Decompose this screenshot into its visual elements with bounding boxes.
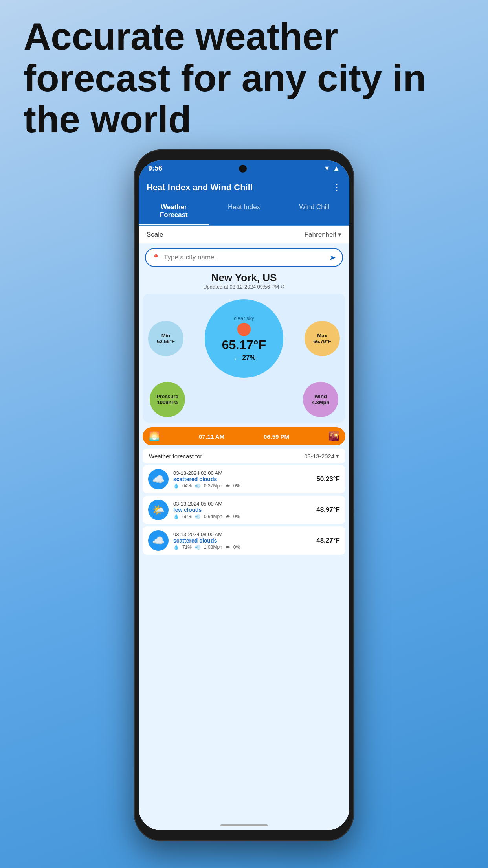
scale-dropdown[interactable]: Fahrenheit ▾ <box>305 230 341 239</box>
phone-mockup: 9:56 ▼ ▲ Heat Index and Wind Chill ⋮ Wea… <box>134 149 354 841</box>
app-bar: Heat Index and Wind Chill ⋮ <box>139 177 349 199</box>
location-pin-icon: 📍 <box>152 254 160 261</box>
status-icons: ▼ ▲ <box>323 164 340 173</box>
min-value: 62.56°F <box>157 338 175 344</box>
forecast-temp-1: 50.23°F <box>316 475 340 483</box>
city-name: New York, US <box>139 272 349 284</box>
pressure-bubble: Pressure 1009hPa <box>150 382 185 417</box>
forecast-dropdown-icon: ▾ <box>336 452 339 460</box>
forecast-condition-2: few clouds <box>173 507 312 513</box>
tab-heat-index[interactable]: Heat Index <box>209 199 279 225</box>
rain-icon-3: 🌧 <box>226 544 230 550</box>
scale-row: Scale Fahrenheit ▾ <box>139 226 349 243</box>
pressure-label: Pressure <box>156 394 178 399</box>
rain-val-1: 0% <box>233 483 240 489</box>
forecast-header: Weather forecast for 03-13-2024 ▾ <box>143 449 345 463</box>
camera-notch <box>239 165 247 173</box>
forecast-cloud-icon-3: ☁️ <box>148 530 169 551</box>
wind-val-1: 0.37Mph <box>204 483 222 489</box>
status-bar: 9:56 ▼ ▲ <box>139 160 349 177</box>
status-time: 9:56 <box>148 164 162 173</box>
app-bar-title: Heat Index and Wind Chill <box>147 182 253 193</box>
wifi-icon: ▼ <box>323 164 330 173</box>
menu-button[interactable]: ⋮ <box>332 182 341 193</box>
signal-icon: ▲ <box>333 164 340 173</box>
rain-icon-2: 🌧 <box>226 514 230 519</box>
forecast-details-1: 03-13-2024 02:00 AM scattered clouds 💧 6… <box>173 470 312 489</box>
main-weather-circle: clear sky 65.17°F 💧 27% <box>205 299 283 378</box>
forecast-item: 🌤️ 03-13-2024 05:00 AM few clouds 💧 66% … <box>143 496 345 524</box>
circle-row: Min 62.56°F clear sky 65.17°F 💧 27% <box>148 299 340 378</box>
humidity-icon-1: 💧 <box>173 483 179 489</box>
humidity-value: 27% <box>242 354 255 362</box>
main-temperature: 65.17°F <box>222 338 266 352</box>
forecast-datetime-3: 03-13-2024 08:00 AM <box>173 531 312 537</box>
wind-bubble: Wind 4.8Mph <box>303 382 338 417</box>
humidity-val-2: 66% <box>182 514 192 519</box>
forecast-date-value: 03-13-2024 <box>304 453 334 460</box>
forecast-stats-1: 💧 64% 💨 0.37Mph 🌧 0% <box>173 483 312 489</box>
scale-value-text: Fahrenheit <box>305 231 336 239</box>
update-text: Updated at 03-12-2024 09:56 PM ↺ <box>139 284 349 290</box>
wind-icon-3: 💨 <box>195 544 201 550</box>
min-temp-bubble: Min 62.56°F <box>148 321 183 356</box>
sunrise-bar: 🌅 07:11 AM 06:59 PM 🌇 <box>143 427 345 445</box>
forecast-stats-2: 💧 66% 💨 0.94Mph 🌧 0% <box>173 514 312 519</box>
humidity-icon-3: 💧 <box>173 544 179 550</box>
wind-val-3: 1.03Mph <box>204 544 222 550</box>
sunset-icon: 🌇 <box>328 431 339 441</box>
forecast-item: ☁️ 03-13-2024 08:00 AM scattered clouds … <box>143 526 345 555</box>
forecast-details-3: 03-13-2024 08:00 AM scattered clouds 💧 7… <box>173 531 312 550</box>
weather-circle-section: Min 62.56°F clear sky 65.17°F 💧 27% <box>143 294 345 423</box>
humidity-icon-2: 💧 <box>173 514 179 519</box>
dropdown-icon: ▾ <box>338 230 341 239</box>
forecast-temp-3: 48.27°F <box>316 537 340 544</box>
forecast-list: ☁️ 03-13-2024 02:00 AM scattered clouds … <box>139 465 349 555</box>
wind-icon-2: 💨 <box>195 514 201 519</box>
rain-val-2: 0% <box>233 514 240 519</box>
sunset-time: 06:59 PM <box>264 433 289 440</box>
forecast-condition-1: scattered clouds <box>173 476 312 482</box>
home-bar <box>220 824 268 826</box>
forecast-condition-3: scattered clouds <box>173 537 312 544</box>
search-bar[interactable]: 📍 ➤ <box>145 248 343 267</box>
scale-label: Scale <box>147 231 163 239</box>
wind-value: 4.8Mph <box>312 399 330 405</box>
sunrise-icon: 🌅 <box>149 431 160 441</box>
sun-icon <box>237 323 251 336</box>
max-value: 66.79°F <box>313 338 331 344</box>
forecast-for-label: Weather forecast for <box>149 453 202 460</box>
forecast-temp-2: 48.97°F <box>316 506 340 514</box>
forecast-date-dropdown[interactable]: 03-13-2024 ▾ <box>304 452 339 460</box>
refresh-icon[interactable]: ↺ <box>281 284 285 290</box>
forecast-cloud-icon-1: ☁️ <box>148 469 169 489</box>
forecast-stats-3: 💧 71% 💨 1.03Mph 🌧 0% <box>173 544 312 550</box>
phone-screen: 9:56 ▼ ▲ Heat Index and Wind Chill ⋮ Wea… <box>139 160 349 830</box>
humidity-val-1: 64% <box>182 483 192 489</box>
forecast-cloud-icon-2: 🌤️ <box>148 500 169 520</box>
max-label: Max <box>317 333 327 338</box>
sky-condition: clear sky <box>234 315 254 321</box>
forecast-datetime-1: 03-13-2024 02:00 AM <box>173 470 312 476</box>
humidity-icon: 💧 <box>232 354 240 362</box>
humidity-val-3: 71% <box>182 544 192 550</box>
tab-bar: WeatherForecast Heat Index Wind Chill <box>139 199 349 226</box>
min-label: Min <box>161 333 170 338</box>
forecast-item: ☁️ 03-13-2024 02:00 AM scattered clouds … <box>143 465 345 493</box>
tab-wind-chill[interactable]: Wind Chill <box>279 199 349 225</box>
tab-weather-forecast[interactable]: WeatherForecast <box>139 199 209 225</box>
rain-icon-1: 🌧 <box>226 483 230 489</box>
headline: Accurate weather forecast for any city i… <box>24 16 464 140</box>
search-send-button[interactable]: ➤ <box>329 253 336 262</box>
wind-icon-1: 💨 <box>195 483 201 489</box>
pressure-value: 1009hPa <box>157 399 178 405</box>
rain-val-3: 0% <box>233 544 240 550</box>
max-temp-bubble: Max 66.79°F <box>305 321 340 356</box>
phone-outer: 9:56 ▼ ▲ Heat Index and Wind Chill ⋮ Wea… <box>134 149 354 841</box>
wind-label: Wind <box>314 394 327 399</box>
wind-val-2: 0.94Mph <box>204 514 222 519</box>
forecast-details-2: 03-13-2024 05:00 AM few clouds 💧 66% 💨 0… <box>173 501 312 519</box>
search-input[interactable] <box>164 254 325 261</box>
humidity-row: 💧 27% <box>232 354 255 362</box>
forecast-datetime-2: 03-13-2024 05:00 AM <box>173 501 312 507</box>
